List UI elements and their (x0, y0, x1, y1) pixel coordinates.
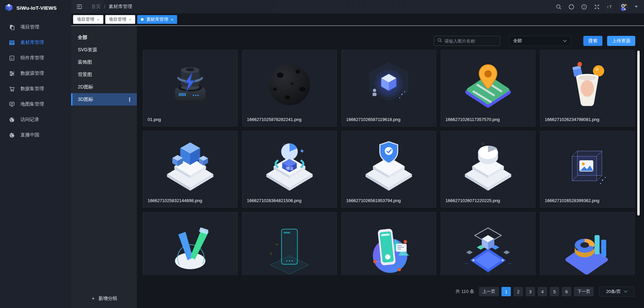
close-icon[interactable]: × (171, 17, 173, 22)
svg-text:T: T (609, 4, 612, 9)
sidebar-item-label: 素材库管理 (20, 40, 44, 46)
kebab-menu-icon[interactable]: ⋮ (127, 97, 132, 103)
github-icon[interactable] (568, 4, 575, 10)
asset-card[interactable] (441, 212, 535, 275)
category-label: 背景图 (78, 72, 92, 78)
upload-resource-button[interactable]: 上传资源 (607, 36, 635, 46)
collapse-menu-icon[interactable] (76, 3, 83, 10)
asset-filename: 1666271026234798081.png (540, 117, 634, 126)
sidebar: SiWu-IoT-VIEWS 项目管理素材库管理组件库管理数据源管理数据集管理地… (0, 0, 71, 308)
category-item-5[interactable]: 3D图标⋮ (71, 93, 137, 106)
search-icon[interactable] (555, 4, 562, 10)
donut-chart-image (540, 212, 634, 275)
topbar: 首页 / 素材库管理 ? TT (71, 0, 644, 13)
next-page-button[interactable]: 下一页 (574, 287, 594, 296)
asset-filename: 1666271025832144898.png (143, 198, 237, 207)
tab-label: 素材库管理 (146, 16, 168, 22)
page-button-2[interactable]: 2 (514, 287, 523, 296)
asset-card[interactable]: 1666271026117357570.png (441, 50, 535, 126)
category-filter-select[interactable]: 全部 (509, 36, 571, 46)
category-item-4[interactable]: 2D图标 (71, 81, 137, 93)
asset-card[interactable]: 1666271025832144898.png (143, 131, 237, 207)
asset-card[interactable] (341, 212, 436, 275)
logo-icon (5, 3, 13, 13)
asset-card[interactable]: 1666271025878282241.png (242, 50, 337, 126)
sidebar-item-4[interactable]: 数据集管理 (0, 81, 71, 97)
fullscreen-icon[interactable] (594, 4, 600, 10)
page-button-1[interactable]: 1 (501, 287, 511, 296)
asset-filename: 1666271026561953794.png (342, 198, 436, 207)
sidebar-item-label: 数据源管理 (20, 70, 44, 76)
total-count-label: 共 110 条 (455, 289, 474, 295)
filter-selected-value: 全部 (513, 38, 522, 44)
platform-shield-image (342, 131, 436, 198)
close-icon[interactable]: × (97, 17, 100, 22)
active-dot (141, 18, 144, 21)
cart-icon (9, 86, 15, 92)
page-button-4[interactable]: 4 (538, 287, 547, 296)
category-item-1[interactable]: SVG资源 (71, 44, 137, 56)
page-size-value: 20条/页 (606, 289, 621, 295)
category-label: 3D图标 (78, 97, 93, 103)
asset-card[interactable]: 1666271026234798081.png (540, 50, 635, 126)
asset-card[interactable]: 1666271026561953794.png (341, 131, 436, 207)
globe-icon (9, 117, 15, 123)
scrollbar-thumb[interactable] (637, 51, 640, 215)
svg-text:?: ? (583, 5, 585, 8)
app-title: SiWu-IoT-VIEWS (16, 5, 57, 11)
pagination: 共 110 条 上一页 123456 下一页 20条/页 (143, 275, 640, 308)
page-size-select[interactable]: 20条/页 (599, 287, 635, 297)
topbar-actions: ? TT (555, 2, 638, 11)
font-size-icon[interactable]: TT (606, 4, 613, 10)
prev-page-button[interactable]: 上一页 (479, 287, 499, 296)
sidebar-item-2[interactable]: 组件库管理 (0, 50, 71, 66)
search-input-icon (437, 38, 442, 44)
plus-icon: ＋ (91, 296, 96, 302)
sidebar-item-label: 项目管理 (20, 24, 39, 30)
sidebar-item-5[interactable]: 地图集管理 (0, 97, 71, 112)
sidebar-item-7[interactable]: 直播中国 (0, 127, 71, 143)
sidebar-item-6[interactable]: 访问记录 (0, 112, 71, 127)
tab-0[interactable]: 项目管理× (73, 15, 103, 24)
page-button-3[interactable]: 3 (526, 287, 535, 296)
asset-card[interactable]: 1666271026528399362.png (540, 131, 635, 207)
globe-icon (9, 132, 15, 138)
sidebar-item-label: 直播中国 (20, 132, 39, 138)
platform-pie-white-image (441, 131, 535, 198)
user-avatar[interactable] (619, 2, 628, 11)
tab-2[interactable]: 素材库管理× (137, 15, 177, 24)
asset-card[interactable]: 物业1666271026364821506.png (242, 131, 337, 207)
app-root: SiWu-IoT-VIEWS 项目管理素材库管理组件库管理数据源管理数据集管理地… (0, 0, 644, 308)
asset-grid: 01.png1666271025878282241.png16662710265… (143, 50, 635, 275)
asset-card[interactable] (143, 212, 237, 275)
category-item-3[interactable]: 背景图 (71, 68, 137, 81)
platform-cubes-image (143, 131, 237, 198)
page-button-5[interactable]: 5 (550, 287, 559, 296)
asset-card[interactable] (242, 212, 337, 275)
asset-card[interactable]: 1666271026587119618.png (341, 50, 436, 126)
breadcrumb-separator: / (104, 4, 105, 9)
tab-1[interactable]: 项目管理× (105, 15, 136, 24)
asset-filename: 1666271026528399362.png (540, 198, 634, 207)
help-icon[interactable]: ? (581, 4, 587, 10)
tab-label: 项目管理 (109, 16, 126, 22)
v-logo-image (143, 212, 237, 275)
close-icon[interactable]: × (129, 17, 132, 22)
main-panel: 全部 搜索 上传资源 01.png1666271025878282241.png… (137, 26, 644, 308)
asset-card[interactable]: 1666271026071220225.png (441, 131, 535, 207)
add-group-button[interactable]: ＋ 新增分组 (71, 289, 137, 308)
category-label: 2D图标 (78, 84, 93, 90)
asset-card[interactable]: 01.png (143, 50, 237, 126)
sidebar-item-0[interactable]: 项目管理 (0, 19, 71, 35)
caret-down-icon[interactable] (635, 6, 638, 8)
sidebar-item-label: 地图集管理 (20, 101, 44, 107)
asset-card[interactable] (540, 212, 635, 275)
breadcrumb-home[interactable]: 首页 (91, 4, 101, 10)
search-button[interactable]: 搜索 (583, 36, 602, 46)
sidebar-item-1[interactable]: 素材库管理 (0, 35, 71, 50)
image-name-search-input[interactable] (444, 39, 496, 44)
page-button-6[interactable]: 6 (562, 287, 571, 296)
sidebar-item-3[interactable]: 数据源管理 (0, 66, 71, 81)
category-item-2[interactable]: 装饰图 (71, 56, 137, 68)
category-item-0[interactable]: 全部 (71, 31, 137, 44)
